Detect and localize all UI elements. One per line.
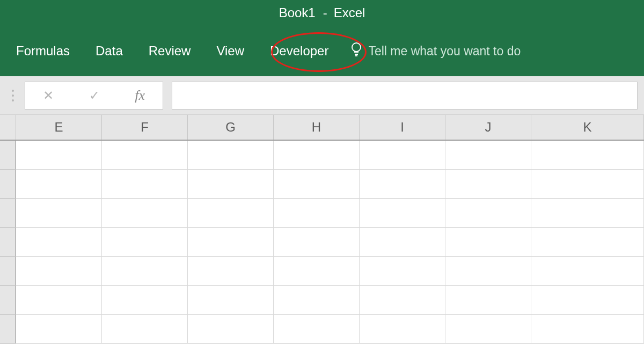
cell[interactable] [188,315,274,344]
name-box-group: ✕ ✓ fx [25,82,163,110]
column-header-G[interactable]: G [188,115,274,140]
cell[interactable] [445,199,531,228]
cell[interactable] [102,257,188,286]
cell[interactable] [360,228,445,257]
grid-row [0,141,644,170]
document-name: Book1 [279,5,316,20]
cell[interactable] [360,141,445,170]
tab-review[interactable]: Review [139,40,201,62]
cell[interactable] [188,257,274,286]
row-header-stub[interactable] [0,199,16,228]
cell[interactable] [188,141,274,170]
cancel-formula-button[interactable]: ✕ [43,88,54,103]
cell[interactable] [445,315,531,344]
ribbon-tabs: Formulas Data Review View Developer Tell… [0,26,644,76]
cell[interactable] [360,315,445,344]
cell[interactable] [531,141,644,170]
cell[interactable] [445,257,531,286]
column-header-K[interactable]: K [531,115,644,140]
cell[interactable] [274,141,360,170]
row-header-stub[interactable] [0,170,16,199]
cell[interactable] [16,257,102,286]
grid-row [0,228,644,257]
tab-data[interactable]: Data [86,40,133,62]
column-header-H[interactable]: H [274,115,360,140]
cell[interactable] [188,286,274,315]
cell[interactable] [360,199,445,228]
column-header-F[interactable]: F [102,115,188,140]
cell[interactable] [102,170,188,199]
column-header-E[interactable]: E [16,115,102,140]
cell[interactable] [102,315,188,344]
confirm-formula-button[interactable]: ✓ [89,88,100,103]
insert-function-button[interactable]: fx [135,88,145,104]
cell[interactable] [188,170,274,199]
cell[interactable] [188,199,274,228]
tab-formulas[interactable]: Formulas [6,40,79,62]
cell[interactable] [16,199,102,228]
cell[interactable] [531,257,644,286]
formula-bar-row: ✕ ✓ fx [0,76,644,115]
grid-body [0,141,644,344]
cell[interactable] [274,315,360,344]
cell[interactable] [16,228,102,257]
cell[interactable] [188,228,274,257]
worksheet: E F G H I J K [0,115,644,344]
cell[interactable] [102,228,188,257]
grid-row [0,257,644,286]
cell[interactable] [360,257,445,286]
cell[interactable] [274,286,360,315]
cell[interactable] [531,228,644,257]
row-header-stub[interactable] [0,257,16,286]
row-header-stub[interactable] [0,286,16,315]
cell[interactable] [445,141,531,170]
cell[interactable] [102,141,188,170]
grid-row [0,315,644,344]
cell[interactable] [274,228,360,257]
select-all-stub[interactable] [0,115,16,140]
svg-point-0 [352,43,361,52]
cell[interactable] [445,170,531,199]
cell[interactable] [16,286,102,315]
row-header-stub[interactable] [0,141,16,170]
grid-row [0,170,644,199]
cell[interactable] [531,170,644,199]
title-bar: Book1 - Excel [0,0,644,26]
formula-bar-input[interactable] [172,82,638,110]
cell[interactable] [16,315,102,344]
tab-developer[interactable]: Developer [260,40,338,62]
tab-view[interactable]: View [207,40,254,62]
cell[interactable] [531,199,644,228]
cell[interactable] [445,228,531,257]
app-name: Excel [334,5,365,20]
cell[interactable] [531,315,644,344]
cell[interactable] [102,199,188,228]
cell[interactable] [274,257,360,286]
cell[interactable] [102,286,188,315]
row-header-stub[interactable] [0,228,16,257]
column-headers: E F G H I J K [0,115,644,141]
cell[interactable] [531,286,644,315]
grid-row [0,286,644,315]
cell[interactable] [16,141,102,170]
formula-bar-grip-icon[interactable] [3,90,23,101]
tell-me-search[interactable]: Tell me what you want to do [350,41,521,61]
title-separator: - [323,5,327,20]
lightbulb-icon [350,41,363,61]
column-header-J[interactable]: J [445,115,531,140]
tell-me-placeholder: Tell me what you want to do [368,44,521,59]
column-header-I[interactable]: I [360,115,445,140]
cell[interactable] [16,170,102,199]
grid-row [0,199,644,228]
cell[interactable] [360,286,445,315]
cell[interactable] [274,170,360,199]
row-header-stub[interactable] [0,315,16,344]
cell[interactable] [445,286,531,315]
cell[interactable] [360,170,445,199]
cell[interactable] [274,199,360,228]
